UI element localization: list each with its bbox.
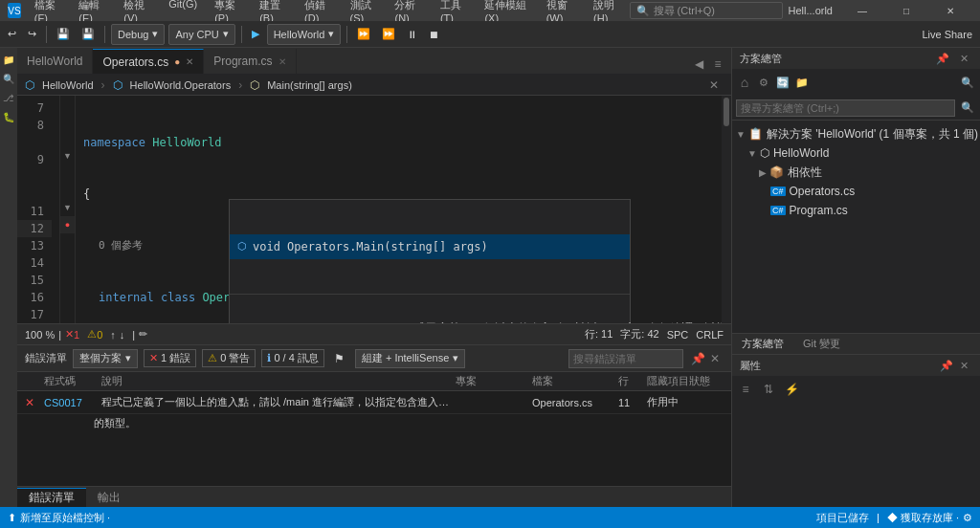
info-badge-button[interactable]: ℹ 0 / 4 訊息: [261, 349, 323, 367]
status-bar-left[interactable]: 新增至原始檔控制 ∙: [20, 511, 110, 525]
sidebar-debug-icon[interactable]: 🐛: [1, 109, 16, 124]
undo-button[interactable]: ↩: [4, 24, 20, 45]
col-code: 程式碼: [44, 374, 101, 388]
properties-pin-button[interactable]: 📌: [938, 357, 955, 374]
tab-operators-close-icon[interactable]: ✕: [186, 56, 193, 67]
properties-toolbar: ≡ ⇅ ⚡: [732, 376, 980, 403]
maximize-button[interactable]: □: [884, 0, 928, 21]
minimize-button[interactable]: —: [840, 0, 884, 21]
props-btn-events[interactable]: ⚡: [782, 380, 801, 399]
toolbar-separator-1: [46, 26, 47, 43]
toolbar-button-3[interactable]: ⏸: [403, 24, 421, 45]
se-search-button[interactable]: 🔍: [959, 74, 976, 91]
code-content[interactable]: namespace HelloWorld { 0 個參考 internal cl…: [76, 96, 722, 323]
solution-tab-git[interactable]: Git 變更: [793, 334, 850, 355]
tab-program-close-icon[interactable]: ✕: [278, 56, 286, 67]
scope-dropdown[interactable]: 整個方案 ▾: [73, 349, 138, 368]
col-desc: 說明: [101, 374, 456, 388]
sidebar-git-icon[interactable]: ⎇: [1, 90, 16, 105]
errors-badge-button[interactable]: ✕ 1 錯誤: [144, 349, 196, 367]
fold-arrow-class[interactable]: ▼: [63, 151, 72, 161]
crlf-info[interactable]: CRLF: [696, 329, 724, 341]
down-arrow[interactable]: ↓: [120, 329, 125, 341]
solution-arrow[interactable]: ▼: [736, 129, 746, 140]
properties-title: 屬性: [740, 359, 938, 373]
se-search-clear[interactable]: 🔍: [959, 99, 976, 117]
save-all-button[interactable]: 💾: [78, 24, 99, 45]
tree-solution[interactable]: ▼ 📋 解決方案 'HelloWorld' (1 個專案，共 1 個): [732, 124, 980, 143]
get-repo-label[interactable]: ◆ 獲取存放庫 ∙: [887, 511, 959, 525]
se-toolbar-btn-4[interactable]: 📁: [793, 74, 811, 91]
solution-explorer-close-button[interactable]: ✕: [955, 50, 972, 67]
spc-info[interactable]: SPC: [667, 329, 689, 341]
tree-dependencies[interactable]: ▶ 📦 相依性: [732, 163, 980, 182]
live-share-button[interactable]: Live Share: [918, 24, 976, 45]
settings-icon[interactable]: ⚙: [963, 512, 972, 524]
run-button[interactable]: ▶: [248, 24, 263, 45]
code-editor[interactable]: 7 8 9 11 12 13 14 15 16 17 18: [17, 96, 731, 323]
zoom-level[interactable]: 100 %: [25, 329, 55, 341]
filter-icon[interactable]: ⚑: [330, 349, 349, 368]
build-dropdown[interactable]: 組建 + IntelliSense ▾: [355, 349, 465, 368]
tree-operators-cs[interactable]: C# Operators.cs: [732, 182, 980, 201]
debug-mode-dropdown[interactable]: Debug ▾: [111, 24, 165, 45]
props-btn-categories[interactable]: ≡: [736, 380, 755, 399]
save-button[interactable]: 💾: [53, 24, 74, 45]
warning-count[interactable]: 0: [97, 329, 102, 341]
properties-close-button[interactable]: ✕: [955, 357, 972, 374]
breadcrumb-part1[interactable]: HelloWorld: [42, 79, 94, 91]
error-list-pin-button[interactable]: 📌: [689, 350, 706, 367]
se-toolbar-btn-3[interactable]: 🔄: [774, 74, 791, 91]
solution-tab-explorer[interactable]: 方案總管: [732, 334, 793, 355]
col-info[interactable]: 字元: 42: [620, 327, 658, 341]
tree-program-cs[interactable]: C# Program.cs: [732, 201, 980, 220]
error-list-panel: 錯誤清單 整個方案 ▾ ✕ 1 錯誤 ⚠ 0 警告: [17, 344, 731, 507]
breadcrumb-part2[interactable]: HelloWorld.Operators: [130, 79, 232, 91]
intellisense-item[interactable]: ⬡ void Operators.Main(string[] args): [230, 234, 630, 259]
error-row-desc: 程式已定義了一個以上的進入點，請以 /main 進行編譯，以指定包含進入點 He…: [101, 395, 456, 409]
gutter: ▼ ▼ ●: [60, 96, 76, 323]
editor-scrollbar[interactable]: [722, 96, 731, 323]
warning-icon: ⚠: [87, 328, 97, 341]
warnings-badge-icon: ⚠: [208, 352, 217, 364]
up-arrow[interactable]: ↑: [110, 329, 116, 341]
line-info[interactable]: 行: 11: [585, 327, 612, 341]
editor-close-breadcrumb-button[interactable]: ✕: [704, 76, 724, 95]
error-count[interactable]: 1: [74, 329, 79, 341]
fold-arrow-main[interactable]: ▼: [63, 203, 72, 212]
close-button[interactable]: ✕: [928, 0, 972, 21]
dependencies-arrow[interactable]: ▶: [759, 167, 767, 178]
tab-error-list[interactable]: 錯誤清單: [17, 488, 86, 507]
tab-bar: HelloWorld Operators.cs ● ✕ Program.cs ✕…: [17, 48, 731, 75]
tree-project[interactable]: ▼ ⬡ HelloWorld: [732, 143, 980, 163]
props-btn-alpha[interactable]: ⇅: [759, 380, 778, 399]
toolbar-button-1[interactable]: ⏩: [353, 24, 374, 45]
toolbar-separator-4: [346, 26, 347, 43]
se-toolbar-btn-2[interactable]: ⚙: [755, 74, 772, 91]
tab-helloworld[interactable]: HelloWorld: [17, 49, 93, 74]
error-list-close-button[interactable]: ✕: [706, 350, 724, 367]
tab-operators[interactable]: Operators.cs ● ✕: [93, 49, 204, 74]
se-toolbar-btn-1[interactable]: ⌂: [736, 74, 753, 91]
search-bar[interactable]: 🔍 搜尋 (Ctrl+Q): [630, 2, 783, 19]
error-list-search-input[interactable]: [568, 349, 683, 368]
toolbar-button-2[interactable]: ⏩: [378, 24, 399, 45]
solution-search-input[interactable]: [736, 99, 955, 117]
run-target-dropdown[interactable]: HelloWorld ▾: [267, 24, 342, 45]
error-row-1[interactable]: ✕ CS0017 程式已定義了一個以上的進入點，請以 /main 進行編譯，以指…: [17, 391, 731, 414]
project-arrow[interactable]: ▼: [747, 148, 757, 159]
editor-more-button[interactable]: ≡: [708, 55, 727, 74]
warnings-badge-button[interactable]: ⚠ 0 警告: [202, 349, 256, 367]
toolbar-button-4[interactable]: ⏹: [425, 24, 443, 45]
tab-program[interactable]: Program.cs ✕: [204, 49, 296, 74]
editor-and-bottom: HelloWorld Operators.cs ● ✕ Program.cs ✕…: [17, 48, 731, 507]
redo-button[interactable]: ↪: [24, 24, 40, 45]
breadcrumb-part3[interactable]: Main(string[] args): [267, 79, 352, 91]
tab-output[interactable]: 輸出: [86, 488, 132, 507]
editor-pin-button[interactable]: ◀: [689, 55, 708, 74]
solution-explorer-pin-button[interactable]: 📌: [934, 50, 951, 67]
sidebar-explorer-icon[interactable]: 📁: [1, 52, 16, 67]
toolbar-separator-2: [104, 26, 105, 43]
platform-dropdown[interactable]: Any CPU ▾: [168, 24, 234, 45]
sidebar-search-icon[interactable]: 🔍: [1, 71, 16, 86]
